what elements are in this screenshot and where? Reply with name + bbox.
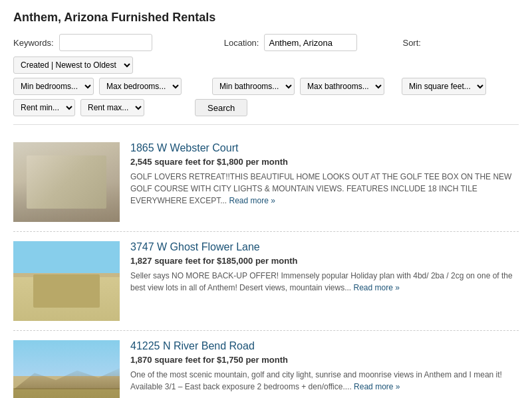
- listing-content-1: 1865 W Webster Court 2,545 square feet f…: [130, 142, 519, 222]
- location-label: Location:: [224, 38, 259, 48]
- listing-content-2: 3747 W Ghost Flower Lane 1,827 square fe…: [130, 241, 519, 321]
- page-title: Anthem, Arizona Furnished Rentals: [13, 11, 519, 25]
- listing-item: 3747 W Ghost Flower Lane 1,827 square fe…: [13, 232, 519, 331]
- keywords-label: Keywords:: [13, 38, 54, 48]
- location-input[interactable]: [264, 34, 357, 51]
- listing-meta-3: 1,870 square feet for $1,750 per month: [130, 355, 519, 365]
- max-bedrooms-select[interactable]: Max bedrooms... 12345: [99, 78, 182, 95]
- min-sqft-select[interactable]: Min square feet... 5001000150020002500: [402, 78, 486, 95]
- read-more-3[interactable]: Read more »: [354, 382, 400, 391]
- listing-description-2: Seller says NO MORE BACK-UP OFFER! Immen…: [130, 270, 519, 294]
- listings-container: 1865 W Webster Court 2,545 square feet f…: [13, 133, 519, 398]
- min-bathrooms-select[interactable]: Min bathrooms... 1234: [212, 78, 295, 95]
- search-button[interactable]: Search: [195, 99, 247, 116]
- sort-select[interactable]: Created | Newest to Oldest Created | Old…: [13, 56, 133, 74]
- listing-description-3: One of the most scenic mountain, golf an…: [130, 369, 519, 393]
- listing-content-3: 41225 N River Bend Road 1,870 square fee…: [130, 340, 519, 398]
- listing-meta-2: 1,827 square feet for $185,000 per month: [130, 256, 519, 266]
- min-bedrooms-select[interactable]: Min bedrooms... 12345: [13, 78, 94, 95]
- sort-label: Sort:: [402, 38, 420, 48]
- listing-title-1[interactable]: 1865 W Webster Court: [130, 142, 238, 154]
- max-bathrooms-select[interactable]: Max bathrooms... 1234: [300, 78, 384, 95]
- rent-max-select[interactable]: Rent max... $1000$1500$2000$3000: [80, 99, 144, 116]
- listing-title-3[interactable]: 41225 N River Bend Road: [130, 340, 255, 352]
- rent-min-select[interactable]: Rent min... $500$1000$1500$2000: [13, 99, 75, 116]
- listing-item: 41225 N River Bend Road 1,870 square fee…: [13, 331, 519, 398]
- read-more-1[interactable]: Read more »: [229, 196, 275, 205]
- listing-item: 1865 W Webster Court 2,545 square feet f…: [13, 133, 519, 232]
- listing-image-1: [13, 142, 120, 222]
- filter-row-3: Rent min... $500$1000$1500$2000 Rent max…: [13, 99, 519, 116]
- divider: [13, 124, 519, 125]
- listing-image-2: [13, 241, 120, 321]
- listing-description-1: GOLF LOVERS RETREAT!!THIS BEAUTIFUL HOME…: [130, 171, 519, 207]
- listing-meta-1: 2,545 square feet for $1,800 per month: [130, 157, 519, 167]
- page-container: Anthem, Arizona Furnished Rentals Keywor…: [0, 0, 532, 398]
- filter-row-2: Min bedrooms... 12345 Max bedrooms... 12…: [13, 78, 519, 95]
- listing-title-2[interactable]: 3747 W Ghost Flower Lane: [130, 241, 260, 253]
- listing-image-3: [13, 340, 120, 398]
- read-more-2[interactable]: Read more »: [353, 283, 399, 292]
- keywords-input[interactable]: [59, 34, 152, 51]
- filter-row-1: Keywords: Location: Sort: Created | Newe…: [13, 34, 519, 74]
